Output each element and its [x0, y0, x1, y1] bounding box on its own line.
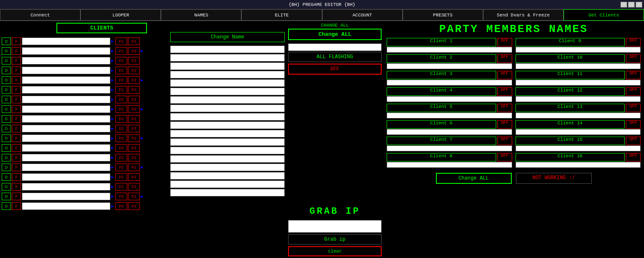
grab-ip-button[interactable]: Grab ip: [288, 234, 382, 245]
client-input-7[interactable]: [22, 105, 110, 113]
client-input-0[interactable]: [22, 38, 110, 45]
f-button-10[interactable]: F: [12, 134, 21, 142]
off-button-3[interactable]: OFF: [497, 87, 512, 96]
grab-ip-input[interactable]: [288, 220, 382, 233]
mid-input-11[interactable]: [170, 138, 285, 146]
d-button-9[interactable]: D: [2, 125, 11, 132]
client-input-2[interactable]: [22, 57, 110, 64]
nav-send-dvars[interactable]: Send Dvars & Freeze: [483, 9, 564, 21]
f-button-12[interactable]: F: [12, 154, 21, 161]
off-button-12[interactable]: OFF: [626, 104, 641, 112]
d-button-0[interactable]: D: [2, 38, 11, 45]
f2b-button-4[interactable]: F2: [128, 76, 140, 84]
nav-get-clients[interactable]: Get Clients: [564, 9, 644, 21]
f-button-16[interactable]: F: [12, 193, 21, 200]
f2b-button-13[interactable]: F2: [128, 164, 140, 171]
f2b-button-0[interactable]: F2: [128, 38, 140, 45]
mid-input-0[interactable]: [170, 46, 285, 53]
minimize-button[interactable]: —: [620, 2, 627, 8]
client-input-6[interactable]: [22, 96, 110, 103]
client-name-input-10[interactable]: [516, 80, 641, 86]
mid-input-2[interactable]: [170, 62, 285, 70]
client-label-4[interactable]: Client 5: [387, 104, 496, 112]
client-input-3[interactable]: [22, 67, 110, 74]
f2b-button-5[interactable]: F2: [128, 86, 140, 94]
all-flashing-button[interactable]: ALL FLASHING: [288, 52, 382, 62]
f2b-button-11[interactable]: F2: [128, 144, 140, 152]
client-name-input-11[interactable]: [516, 96, 641, 102]
d-button-3[interactable]: D: [2, 67, 11, 74]
client-label-10[interactable]: Client 11: [516, 71, 625, 79]
f-button-14[interactable]: F: [12, 173, 21, 181]
off-button-14[interactable]: OFF: [626, 137, 641, 145]
f2a-button-6[interactable]: F2: [115, 96, 127, 103]
d-button-7[interactable]: D: [2, 105, 11, 113]
off-button-10[interactable]: OFF: [626, 71, 641, 79]
f2a-button-14[interactable]: F2: [115, 173, 127, 181]
f2b-button-10[interactable]: F2: [128, 134, 140, 142]
mid-input-14[interactable]: [170, 164, 285, 171]
mid-input-6[interactable]: [170, 96, 285, 104]
off-button-4[interactable]: OFF: [497, 104, 512, 112]
f2b-button-1[interactable]: F2: [128, 47, 140, 55]
f2b-button-3[interactable]: F2: [128, 67, 140, 74]
f-button-15[interactable]: F: [12, 183, 21, 191]
f2b-button-2[interactable]: F2: [128, 57, 140, 64]
nav-connect[interactable]: Connect: [0, 9, 80, 21]
change-all-button[interactable]: Change ALL: [288, 29, 382, 40]
mid-input-8[interactable]: [170, 113, 285, 121]
mid-input-10[interactable]: [170, 130, 285, 137]
client-name-input-4[interactable]: [387, 113, 512, 118]
client-input-15[interactable]: [22, 183, 110, 191]
client-input-16[interactable]: [22, 193, 110, 200]
client-label-11[interactable]: Client 12: [516, 87, 625, 96]
client-name-input-9[interactable]: [516, 63, 641, 69]
f2a-button-11[interactable]: F2: [115, 144, 127, 152]
nav-looper[interactable]: LOOPER: [80, 9, 161, 21]
f2a-button-16[interactable]: F2: [115, 193, 127, 200]
f2b-button-8[interactable]: F2: [128, 115, 140, 123]
client-label-9[interactable]: Client 10: [516, 54, 625, 63]
client-name-input-3[interactable]: [387, 96, 512, 102]
mid-input-9[interactable]: [170, 121, 285, 129]
mid-input-3[interactable]: [170, 71, 285, 78]
mid-input-13[interactable]: [170, 155, 285, 163]
client-input-12[interactable]: [22, 154, 110, 161]
f2a-button-17[interactable]: F2: [115, 202, 127, 210]
f2b-button-6[interactable]: F2: [128, 96, 140, 103]
close-button[interactable]: ✕: [636, 2, 642, 8]
mid-input-15[interactable]: [170, 172, 285, 180]
client-input-4[interactable]: [22, 76, 110, 84]
client-input-10[interactable]: [22, 134, 110, 142]
f2a-button-2[interactable]: F2: [115, 57, 127, 64]
off-button-5[interactable]: OFF: [497, 120, 512, 129]
client-name-input-1[interactable]: [387, 63, 512, 69]
client-input-1[interactable]: [22, 47, 110, 55]
f2a-button-12[interactable]: F2: [115, 154, 127, 161]
client-input-8[interactable]: [22, 115, 110, 123]
f-button-13[interactable]: F: [12, 164, 21, 171]
client-input-17[interactable]: [22, 202, 110, 210]
mid-input-16[interactable]: [170, 180, 285, 188]
d-button-6[interactable]: D: [2, 96, 11, 103]
d-button-14[interactable]: D: [2, 173, 11, 181]
f2b-button-9[interactable]: F2: [128, 125, 140, 132]
d-button-17[interactable]: D: [2, 202, 11, 210]
off-button-7[interactable]: OFF: [497, 153, 512, 161]
f-button-0[interactable]: F: [12, 38, 21, 45]
nav-account[interactable]: ACCOUNT: [322, 9, 403, 21]
f-button-11[interactable]: F: [12, 144, 21, 152]
client-label-13[interactable]: Client 14: [516, 120, 625, 129]
mid-input-4[interactable]: [170, 79, 285, 87]
f2b-button-17[interactable]: F2: [128, 202, 140, 210]
f2b-button-16[interactable]: F2: [128, 193, 140, 200]
off-button-0[interactable]: OFF: [497, 38, 512, 46]
f2a-button-8[interactable]: F2: [115, 115, 127, 123]
f2a-button-15[interactable]: F2: [115, 183, 127, 191]
client-name-input-7[interactable]: [387, 162, 512, 168]
f-button-3[interactable]: F: [12, 67, 21, 74]
f-button-7[interactable]: F: [12, 105, 21, 113]
f2a-button-3[interactable]: F2: [115, 67, 127, 74]
f2b-button-12[interactable]: F2: [128, 154, 140, 161]
client-name-input-12[interactable]: [516, 113, 641, 118]
